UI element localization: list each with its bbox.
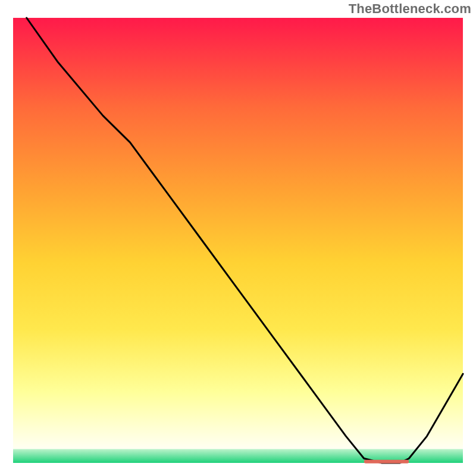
gradient-plot-area — [13, 18, 463, 463]
bottleneck-chart — [0, 0, 476, 476]
chart-container: TheBottleneck.com — [0, 0, 476, 476]
optimal-marker — [364, 460, 409, 464]
